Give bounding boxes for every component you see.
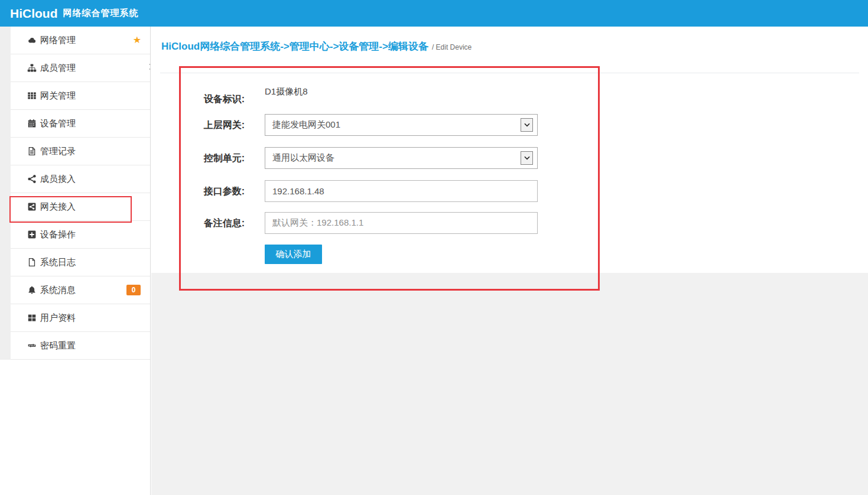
sidebar-item-label: 管理记录: [40, 146, 76, 157]
interface-params-input[interactable]: [265, 180, 538, 202]
app-title: 网络综合管理系统: [63, 8, 138, 19]
dropdown-arrow-icon: [521, 118, 533, 132]
top-bar: HiCloud 网络综合管理系统: [0, 0, 868, 27]
device-id-value: D1摄像机8: [265, 86, 308, 96]
cloud-icon: [27, 35, 37, 45]
share-alt-icon: [27, 174, 37, 184]
sidebar-item-member-access[interactable]: 成员接入: [11, 165, 150, 193]
edit-device-form: 设备标识:D1摄像机8上层网关:捷能发电网关001控制单元:通用以太网设备接口参…: [151, 27, 868, 495]
parent-gateway-select[interactable]: 捷能发电网关001: [265, 114, 538, 136]
interface-params-field-wrap: [265, 180, 538, 202]
sidebar-item-system-logs[interactable]: 系统日志: [11, 249, 150, 276]
confirm-add-button[interactable]: 确认添加: [265, 245, 322, 264]
sidebar-item-label: 成员管理: [40, 63, 76, 74]
sidebar-item-label: 系统消息: [40, 285, 76, 296]
notification-badge: 0: [126, 285, 141, 295]
th-large-icon: [27, 313, 37, 323]
dropdown-arrow-icon: [521, 151, 533, 165]
sidebar-item-label: 成员接入: [40, 174, 76, 185]
remark-info-input[interactable]: [265, 212, 538, 234]
file-icon: [27, 258, 37, 267]
sidebar-item-label: 设备操作: [40, 229, 76, 240]
remark-info-label: 备注信息:: [151, 217, 245, 230]
sidebar-item-device-management[interactable]: 设备管理: [11, 110, 150, 138]
th-icon: [27, 91, 37, 100]
control-unit-selected-value: 通用以太网设备: [272, 152, 334, 164]
device-id-field-wrap: D1摄像机8: [265, 86, 538, 97]
sidebar-item-label: 网络管理: [40, 35, 76, 46]
remark-info-field-wrap: [265, 212, 538, 234]
sidebar-item-gateway-management[interactable]: 网关管理: [11, 82, 150, 110]
favorite-star-icon: ★: [133, 35, 141, 45]
calendar-icon: [27, 119, 37, 128]
parent-gateway-selected-value: 捷能发电网关001: [272, 119, 340, 131]
sidebar-item-label: 密码重置: [40, 340, 76, 351]
control-unit-select[interactable]: 通用以太网设备: [265, 147, 538, 169]
share-alt-square-icon: [27, 202, 37, 211]
app-logo: HiCloud: [10, 6, 57, 21]
device-id-label: 设备标识:: [151, 93, 245, 106]
sidebar-item-label: 网关接入: [40, 201, 76, 213]
sidebar-item-label: 系统日志: [40, 257, 76, 268]
sitemap-icon: [27, 63, 37, 73]
sidebar-item-system-messages[interactable]: 系统消息0: [11, 276, 150, 304]
sidebar-item-member-management[interactable]: 成员管理: [11, 54, 150, 82]
sidebar-item-label: 用户资料: [40, 312, 76, 324]
retweet-icon: [27, 341, 37, 350]
parent-gateway-label: 上层网关:: [151, 119, 245, 132]
plus-square-icon: [27, 230, 37, 239]
main-content: HiCloud网络综合管理系统->管理中心->设备管理->编辑设备/ Edit …: [151, 27, 868, 495]
control-unit-field-wrap: 通用以太网设备: [265, 147, 538, 169]
file-text-icon: [27, 146, 37, 156]
control-unit-label: 控制单元:: [151, 152, 245, 165]
sidebar-item-gateway-access[interactable]: 网关接入: [11, 193, 150, 221]
sidebar-item-management-records[interactable]: 管理记录: [11, 138, 150, 165]
bell-icon: [27, 285, 37, 295]
sidebar-item-label: 设备管理: [40, 118, 76, 129]
interface-params-label: 接口参数:: [151, 185, 245, 198]
chevron-right-icon: [149, 64, 151, 70]
sidebar: 系统总览系统图表管理中心网络管理★成员管理网关管理设备管理操作记录管理记录成员接…: [0, 27, 151, 495]
sidebar-item-network-management[interactable]: 网络管理★: [11, 27, 150, 54]
parent-gateway-field-wrap: 捷能发电网关001: [265, 114, 538, 136]
sidebar-item-user-profile[interactable]: 用户资料: [11, 304, 150, 332]
sidebar-item-password-reset[interactable]: 密码重置: [11, 332, 150, 360]
sidebar-item-label: 网关管理: [40, 90, 76, 102]
sidebar-item-device-operations[interactable]: 设备操作: [11, 221, 150, 249]
